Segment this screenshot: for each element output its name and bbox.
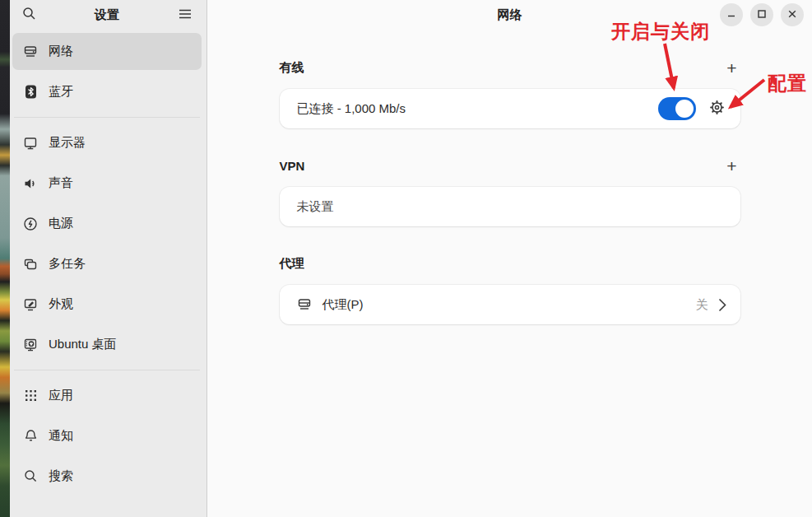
magnifier-icon bbox=[23, 469, 38, 484]
proxy-section: 代理 代理(P) 关 bbox=[280, 255, 740, 324]
settings-window: 设置 网络 蓝牙 bbox=[0, 0, 812, 517]
sidebar-item-apps[interactable]: 应用 bbox=[12, 377, 202, 414]
sidebar-item-sound[interactable]: 声音 bbox=[12, 165, 202, 202]
search-button[interactable] bbox=[17, 3, 40, 26]
toggle-knob bbox=[675, 100, 694, 118]
network-settings-content: 有线 + 已连接 - 1,000 Mb/s bbox=[280, 59, 740, 324]
wired-section: 有线 + 已连接 - 1,000 Mb/s bbox=[280, 59, 740, 128]
bluetooth-icon bbox=[23, 85, 38, 100]
vpn-empty-row: 未设置 bbox=[280, 187, 740, 226]
speaker-icon bbox=[23, 176, 38, 191]
minimize-button[interactable] bbox=[720, 3, 743, 26]
add-wired-connection-button[interactable]: + bbox=[723, 60, 740, 77]
sidebar-item-label: 声音 bbox=[49, 175, 73, 191]
desktop-wallpaper-strip bbox=[0, 0, 10, 517]
gear-icon bbox=[709, 100, 725, 118]
minimize-icon bbox=[726, 9, 736, 21]
maximize-button[interactable] bbox=[750, 3, 773, 26]
sidebar-item-label: 电源 bbox=[49, 216, 73, 231]
sidebar-item-label: 网络 bbox=[49, 44, 73, 59]
search-icon bbox=[22, 7, 36, 23]
close-button[interactable] bbox=[781, 3, 804, 26]
sidebar-item-label: Ubuntu 桌面 bbox=[49, 337, 117, 352]
hamburger-icon bbox=[179, 8, 192, 22]
bell-icon bbox=[23, 429, 38, 444]
menu-button[interactable] bbox=[174, 3, 197, 26]
sidebar-item-search[interactable]: 搜索 bbox=[12, 458, 202, 495]
sidebar: 设置 网络 蓝牙 bbox=[10, 0, 207, 517]
close-icon bbox=[787, 9, 797, 21]
sidebar-item-label: 多任务 bbox=[49, 256, 86, 272]
sidebar-item-ubuntu-desktop[interactable]: Ubuntu 桌面 bbox=[12, 326, 202, 363]
sidebar-item-network[interactable]: 网络 bbox=[12, 33, 202, 70]
vpn-section-label: VPN bbox=[280, 159, 305, 173]
sidebar-divider bbox=[14, 117, 200, 118]
wired-connection-row[interactable]: 已连接 - 1,000 Mb/s bbox=[280, 89, 740, 128]
add-vpn-button[interactable]: + bbox=[723, 158, 740, 175]
sidebar-item-appearance[interactable]: 外观 bbox=[12, 286, 202, 323]
sidebar-item-label: 应用 bbox=[49, 388, 73, 403]
proxy-label: 代理(P) bbox=[322, 297, 364, 313]
ubuntu-desktop-icon bbox=[23, 338, 38, 352]
power-icon bbox=[23, 217, 38, 231]
proxy-section-label: 代理 bbox=[280, 256, 304, 272]
sidebar-header: 设置 bbox=[12, 0, 202, 30]
proxy-row[interactable]: 代理(P) 关 bbox=[280, 285, 740, 324]
sidebar-item-multitasking[interactable]: 多任务 bbox=[12, 245, 202, 282]
sidebar-item-label: 通知 bbox=[49, 428, 73, 444]
wired-options-button[interactable] bbox=[708, 100, 726, 118]
network-icon bbox=[23, 44, 38, 59]
wired-connection-status: 已连接 - 1,000 Mb/s bbox=[297, 101, 406, 117]
sidebar-item-label: 外观 bbox=[49, 296, 73, 312]
sidebar-item-power[interactable]: 电源 bbox=[12, 205, 202, 242]
multitask-icon bbox=[23, 257, 38, 272]
vpn-section: VPN + 未设置 bbox=[280, 157, 740, 226]
sidebar-divider bbox=[14, 370, 200, 370]
appearance-icon bbox=[23, 297, 38, 312]
app-title: 设置 bbox=[95, 7, 119, 23]
sidebar-item-label: 搜索 bbox=[49, 468, 73, 484]
display-icon bbox=[23, 136, 38, 151]
chevron-right-icon bbox=[718, 298, 726, 312]
main-header: 网络 bbox=[207, 0, 812, 30]
window-controls bbox=[720, 3, 804, 26]
main-panel: 网络 bbox=[207, 0, 812, 517]
proxy-network-icon bbox=[297, 297, 312, 312]
sidebar-item-notifications[interactable]: 通知 bbox=[12, 417, 202, 454]
sidebar-item-label: 蓝牙 bbox=[49, 84, 73, 100]
maximize-icon bbox=[757, 9, 767, 21]
sidebar-item-bluetooth[interactable]: 蓝牙 bbox=[12, 73, 202, 110]
wired-toggle[interactable] bbox=[658, 97, 696, 120]
proxy-state-value: 关 bbox=[696, 297, 708, 313]
wired-section-label: 有线 bbox=[280, 60, 304, 76]
vpn-empty-label: 未设置 bbox=[297, 199, 334, 215]
sidebar-item-label: 显示器 bbox=[49, 135, 86, 151]
apps-grid-icon bbox=[23, 389, 38, 403]
sidebar-item-displays[interactable]: 显示器 bbox=[12, 124, 202, 161]
